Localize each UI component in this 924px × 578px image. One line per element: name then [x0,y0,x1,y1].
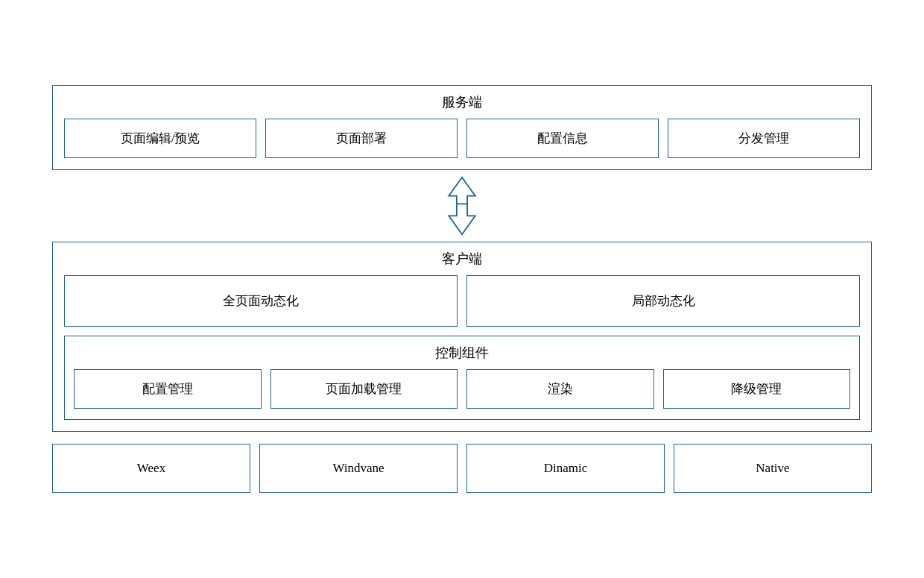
client-inner: 全页面动态化 局部动态化 控制组件 配置管理 页面加载管理 渲染 降级管理 [64,275,860,420]
partial-dynamic-box: 局部动态化 [466,275,860,327]
svg-marker-1 [449,204,475,234]
server-item-1: 页面部署 [265,119,458,158]
dynamic-row: 全页面动态化 局部动态化 [64,275,860,327]
client-title: 客户端 [64,250,860,268]
tech-weex: Weex [52,444,250,493]
tech-native: Native [674,444,872,493]
server-item-2: 配置信息 [466,119,659,158]
full-dynamic-box: 全页面动态化 [64,275,458,327]
tech-dinamic: Dinamic [466,444,665,493]
architecture-diagram: 服务端 页面编辑/预览 页面部署 配置信息 分发管理 客户端 全页面动态化 局部… [52,85,872,493]
control-block: 控制组件 配置管理 页面加载管理 渲染 降级管理 [64,336,860,420]
server-block: 服务端 页面编辑/预览 页面部署 配置信息 分发管理 [52,85,872,170]
server-title: 服务端 [64,93,860,111]
control-item-2: 渲染 [466,369,654,409]
tech-row: Weex Windvane Dinamic Native [52,444,872,493]
control-title: 控制组件 [74,344,850,362]
double-arrow-icon [432,176,492,236]
server-item-3: 分发管理 [668,119,860,158]
tech-windvane: Windvane [259,444,458,493]
control-item-3: 降级管理 [663,369,851,409]
arrow-connector [432,170,492,242]
client-block: 客户端 全页面动态化 局部动态化 控制组件 配置管理 页面加载管理 渲染 降级管… [52,242,872,432]
server-items-row: 页面编辑/预览 页面部署 配置信息 分发管理 [64,119,860,158]
control-item-1: 页面加载管理 [270,369,458,409]
control-items-row: 配置管理 页面加载管理 渲染 降级管理 [74,369,850,409]
control-item-0: 配置管理 [74,369,262,409]
server-item-0: 页面编辑/预览 [64,119,256,158]
